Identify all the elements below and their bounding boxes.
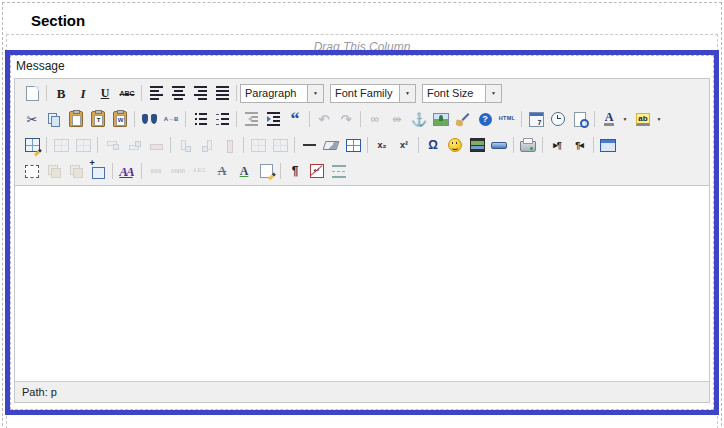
insert-row-before-icon: [106, 139, 119, 152]
numbered-list-icon: [216, 112, 229, 126]
edit-html-source-button[interactable]: HTML: [497, 109, 517, 129]
emoticons-button[interactable]: [445, 135, 465, 155]
toolbar-separator: [367, 137, 368, 153]
undo-icon: ↶: [319, 113, 330, 126]
non-breaking-space-button[interactable]: ↵: [307, 161, 327, 181]
insert-table-button[interactable]: [22, 135, 42, 155]
paste-as-text-button[interactable]: [88, 109, 108, 129]
special-character-icon: Ω: [428, 139, 438, 151]
remove-formatting-icon: [323, 141, 340, 150]
font-size-select-arrow-icon[interactable]: ▼: [485, 85, 501, 102]
bullet-list-button[interactable]: [190, 109, 210, 129]
horizontal-rule-icon: [303, 144, 316, 146]
indent-icon: [267, 112, 280, 126]
redo-button: ↷: [336, 109, 356, 129]
abbreviation-button: ABBR: [168, 161, 188, 181]
advanced-hr-button[interactable]: [489, 135, 509, 155]
strikethrough-button[interactable]: ABC: [117, 83, 137, 103]
format-select[interactable]: Paragraph▼: [240, 84, 324, 103]
attributes-button[interactable]: [256, 161, 276, 181]
align-left-button[interactable]: [146, 83, 166, 103]
background-color-picker-arrow[interactable]: ▼: [654, 110, 664, 128]
align-full-button[interactable]: [212, 83, 232, 103]
visual-control-characters-button[interactable]: ¶: [285, 161, 305, 181]
italic-icon: I: [80, 87, 85, 100]
editor-content-area[interactable]: [15, 186, 709, 381]
align-right-icon: [194, 86, 207, 100]
paste-as-text-icon: [91, 111, 105, 127]
indent-button[interactable]: [263, 109, 283, 129]
outdent-button: [241, 109, 261, 129]
table-row-properties-button: [51, 135, 71, 155]
format-select-arrow-icon[interactable]: ▼: [307, 85, 323, 102]
paste-icon: [69, 111, 83, 127]
toolbar-separator: [418, 137, 419, 153]
toolbar-row-2: ✂A→B“↶↷∞∞⚓?HTMLA▼ab▼: [15, 106, 709, 132]
insert-time-button[interactable]: [548, 109, 568, 129]
font-family-select-arrow-icon[interactable]: ▼: [399, 85, 415, 102]
new-document-button[interactable]: [22, 83, 42, 103]
superscript-button[interactable]: x²: [394, 135, 414, 155]
background-color-button[interactable]: ab: [633, 109, 653, 129]
paste-button[interactable]: [66, 109, 86, 129]
font-size-select[interactable]: Font Size▼: [422, 84, 502, 103]
toggle-guidelines-icon: [346, 139, 361, 152]
blockquote-button[interactable]: “: [285, 109, 305, 129]
advanced-hr-icon: [491, 142, 507, 149]
toolbar-row-4: AA6699ABBRA.B.C.AA¶↵: [15, 158, 709, 184]
merge-table-cells-button: [270, 135, 290, 155]
non-breaking-space-icon: ↵: [310, 164, 324, 178]
text-color-picker-arrow[interactable]: ▼: [620, 110, 630, 128]
cleanup-messy-code-button[interactable]: [453, 109, 473, 129]
font-family-select[interactable]: Font Family▼: [330, 84, 416, 103]
numbered-list-button[interactable]: [212, 109, 232, 129]
find-replace-button[interactable]: A→B: [161, 109, 181, 129]
superscript-icon: x²: [400, 141, 408, 150]
paste-from-word-button[interactable]: [110, 109, 130, 129]
bold-button[interactable]: B: [51, 83, 71, 103]
deletion-icon: A: [218, 165, 227, 177]
align-right-button[interactable]: [190, 83, 210, 103]
toggle-guidelines-button[interactable]: [343, 135, 363, 155]
delete-column-button: [219, 135, 239, 155]
insertion-icon: A: [240, 165, 249, 177]
subscript-button[interactable]: x₂: [372, 135, 392, 155]
insert-layer-button[interactable]: [22, 161, 42, 181]
underline-button[interactable]: U: [95, 83, 115, 103]
remove-formatting-button[interactable]: [321, 135, 341, 155]
style-properties-button[interactable]: AA: [117, 161, 137, 181]
horizontal-rule-button[interactable]: [299, 135, 319, 155]
paste-from-word-icon: [113, 111, 127, 127]
text-color-button[interactable]: A: [599, 109, 619, 129]
special-character-button[interactable]: Ω: [423, 135, 443, 155]
citation-icon: 6699: [150, 169, 161, 174]
fullscreen-button[interactable]: [598, 135, 618, 155]
move-forward-button: [44, 161, 64, 181]
text-color-icon: A: [604, 112, 615, 126]
italic-button[interactable]: I: [73, 83, 93, 103]
align-center-button[interactable]: [168, 83, 188, 103]
preview-button[interactable]: [570, 109, 590, 129]
insert-column-before-button: [175, 135, 195, 155]
acronym-icon: A.B.C.: [193, 169, 207, 174]
absolute-position-button[interactable]: [88, 161, 108, 181]
move-backward-icon: [70, 165, 83, 178]
cut-button[interactable]: ✂: [22, 109, 42, 129]
right-to-left-button[interactable]: ¶◂: [569, 135, 589, 155]
insert-image-button[interactable]: [431, 109, 451, 129]
insertion-button[interactable]: A: [234, 161, 254, 181]
deletion-button[interactable]: A: [212, 161, 232, 181]
move-forward-icon: [48, 165, 61, 178]
anchor-button[interactable]: ⚓: [409, 109, 429, 129]
toolbar-separator: [46, 85, 47, 101]
page-break-button[interactable]: [329, 161, 349, 181]
toolbar-separator: [513, 137, 514, 153]
print-button[interactable]: [518, 135, 538, 155]
copy-button[interactable]: [44, 109, 64, 129]
align-left-icon: [150, 86, 163, 100]
help-button[interactable]: ?: [475, 109, 495, 129]
insert-media-button[interactable]: [467, 135, 487, 155]
find-button[interactable]: [139, 109, 159, 129]
insert-date-button[interactable]: [526, 109, 546, 129]
left-to-right-button[interactable]: ▸¶: [547, 135, 567, 155]
